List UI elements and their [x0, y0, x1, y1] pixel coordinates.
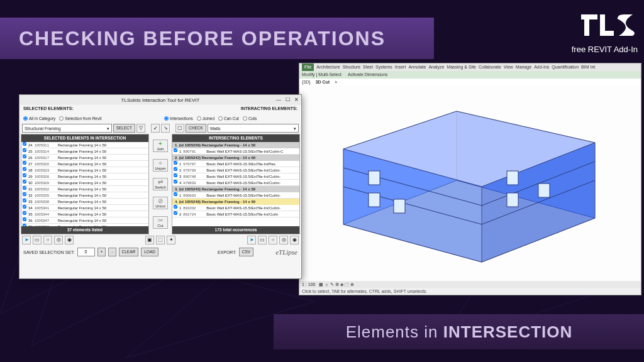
- list-item[interactable]: 1890663Basic Wall EXT-MAS-15.5/ExtTile-I…: [172, 192, 299, 199]
- circle1-icon[interactable]: ○: [43, 236, 52, 244]
- minimize-icon[interactable]: —: [275, 96, 282, 104]
- unjoin-button[interactable]: ÷Unjoin: [153, 159, 168, 172]
- axes-icon[interactable]: ✶: [167, 236, 175, 244]
- list-item[interactable]: 321005335Rectangular Framing 14 x 50: [21, 192, 148, 199]
- uncut-button[interactable]: ⊘Uncut: [153, 197, 168, 209]
- right-list[interactable]: 1. (id 1005239) Rectangular Framing - 14…: [172, 142, 299, 226]
- box-icon[interactable]: ▣: [145, 236, 154, 244]
- list-item[interactable]: 3890748Basic Wall EXT-MAS-15.5/ExtTile-I…: [172, 173, 299, 180]
- view-tab[interactable]: {3D}: [302, 79, 311, 86]
- left-list[interactable]: 241005311Rectangular Framing 14 x 502510…: [21, 142, 148, 226]
- circle6-icon[interactable]: ◉: [290, 236, 299, 244]
- rect-icon[interactable]: ▭: [33, 236, 42, 244]
- radio-option[interactable]: Can Cut: [218, 116, 239, 121]
- group-header[interactable]: 1. (id 1005239) Rectangular Framing - 14…: [172, 142, 299, 148]
- cube-icon[interactable]: ⬚: [156, 236, 165, 244]
- radio-option[interactable]: Cuts: [243, 116, 257, 121]
- list-item[interactable]: 2891724Basic Wall EXT-MAS-15.5/ExtTile-I…: [172, 211, 299, 217]
- load-button[interactable]: LOAD: [141, 248, 158, 256]
- link-right-icon[interactable]: ↘: [161, 124, 170, 133]
- switch-button[interactable]: ⇄Switch: [153, 178, 168, 190]
- group-header[interactable]: 4. (id 1005248) Rectangular Framing - 14…: [172, 199, 299, 205]
- revit-viewtabs: {3D}3D Cut×: [299, 79, 641, 86]
- filter-icon[interactable]: ▽: [136, 124, 145, 133]
- subbar-item[interactable]: Modify | Multi-Select: [302, 71, 341, 79]
- ribbon-tab[interactable]: Massing & Site: [447, 63, 476, 71]
- minus-button[interactable]: -: [108, 248, 116, 256]
- pointer-icon[interactable]: ➤: [22, 236, 31, 244]
- check-button[interactable]: CHECK: [186, 124, 206, 133]
- ribbon-tab[interactable]: Manage: [516, 63, 531, 71]
- circle5-icon[interactable]: ◎: [279, 236, 288, 244]
- ribbon-tab[interactable]: File: [302, 63, 314, 71]
- logo-block: free REVIT Add-In: [452, 9, 638, 54]
- list-item[interactable]: 1891002Basic Wall EXT-MAS-15.5/ExtTile-I…: [172, 205, 299, 211]
- list-item[interactable]: 311005332Rectangular Framing 14 x 50: [21, 186, 148, 192]
- list-item[interactable]: 291005326Rectangular Framing 14 x 50: [21, 173, 148, 180]
- filter2-icon[interactable]: ▢: [175, 124, 184, 133]
- list-item[interactable]: 361005347Rectangular Framing 14 x 50: [21, 217, 148, 224]
- ribbon-tab[interactable]: Insert: [395, 63, 406, 71]
- ribbon-tab[interactable]: Structure: [343, 63, 360, 71]
- dialog-titlebar: TLSolids Interaction Tool for REVIT — ☐ …: [19, 95, 301, 105]
- revit-statusbar: 1 : 100 ▦ ☼ ✎ ⚙ ◈ ⬚ ⊕: [299, 281, 641, 288]
- list-item[interactable]: 351005344Rectangular Framing 14 x 50: [21, 211, 148, 217]
- left-panel-head: SELECTED ELEMENTS IN INTERSECTION: [21, 134, 148, 142]
- ribbon-tab[interactable]: Steel: [363, 63, 373, 71]
- radio-option[interactable]: Selection from Revit: [59, 116, 101, 121]
- list-item[interactable]: 341005341Rectangular Framing 14 x 50: [21, 205, 148, 211]
- category-combo[interactable]: Structural Framing: [22, 124, 112, 133]
- ribbon-tab[interactable]: Systems: [375, 63, 392, 71]
- group-header[interactable]: 2. (id 1005242) Rectangular Framing - 14…: [172, 155, 299, 161]
- ribbon-tab[interactable]: View: [504, 63, 513, 71]
- group-header[interactable]: 3. (id 1005245) Rectangular Framing - 14…: [172, 186, 299, 192]
- revit-3d-view[interactable]: [299, 86, 641, 281]
- list-item[interactable]: 2979793Basic Wall EXT-MAS-15.5/ExtTile-I…: [172, 167, 299, 173]
- radio-option[interactable]: Intersections: [164, 116, 193, 121]
- list-item[interactable]: 281005323Rectangular Framing 14 x 50: [21, 167, 148, 173]
- join-button[interactable]: +Join: [153, 140, 168, 152]
- revit-hint: Click to select, TAB for alternates, CTR…: [299, 288, 641, 295]
- list-item[interactable]: 1979797Basic Wall EXT-MAS-15.3/ExtTile-I…: [172, 161, 299, 167]
- ribbon-tab[interactable]: Collaborate: [479, 63, 501, 71]
- saved-counter: 0: [77, 248, 95, 256]
- left-panel: SELECTED ELEMENTS IN INTERSECTION 241005…: [21, 134, 149, 234]
- view-tab[interactable]: ×: [335, 79, 337, 86]
- select-button[interactable]: SELECT: [113, 124, 135, 133]
- bottom-banner: Elements in INTERSECTION: [274, 314, 644, 349]
- walls-combo[interactable]: Walls: [208, 124, 299, 133]
- right-panel-head: INTERSECTING ELEMENTS: [172, 134, 299, 142]
- list-item[interactable]: 4979833Basic Wall EXT-MAS-15.5/ExtTile-I…: [172, 180, 299, 186]
- pointer2-icon[interactable]: ➤: [247, 236, 256, 244]
- list-item[interactable]: 1890791Basic Wall EXT-MAS-15.5/ExtTile-I…: [172, 148, 299, 155]
- circle2-icon[interactable]: ◎: [54, 236, 63, 244]
- title-banner: CHECKING BEFORE OPERATIONS: [0, 18, 434, 59]
- list-item[interactable]: 271005320Rectangular Framing 14 x 50: [21, 161, 148, 167]
- list-item[interactable]: 301005329Rectangular Framing 14 x 50: [21, 180, 148, 186]
- ribbon-tab[interactable]: Architecture: [316, 63, 340, 71]
- list-item[interactable]: 251005314Rectangular Framing 14 x 50: [21, 148, 148, 155]
- view-tab[interactable]: 3D Cut: [316, 79, 330, 86]
- ribbon-tab[interactable]: Add-Ins: [534, 63, 549, 71]
- list-item[interactable]: 261005317Rectangular Framing 14 x 50: [21, 155, 148, 161]
- ribbon-tab[interactable]: Analyze: [428, 63, 444, 71]
- circle4-icon[interactable]: ○: [269, 236, 277, 244]
- subbar-item[interactable]: Activate Dimensions: [348, 71, 387, 79]
- ribbon-tab[interactable]: Quantification: [552, 63, 579, 71]
- rect2-icon[interactable]: ▭: [258, 236, 267, 244]
- close-icon[interactable]: ✕: [292, 96, 300, 104]
- plus-button[interactable]: +: [97, 248, 106, 256]
- list-item[interactable]: 331005338Rectangular Framing 14 x 50: [21, 199, 148, 205]
- circle3-icon[interactable]: ◉: [65, 236, 74, 244]
- clear-button[interactable]: CLEAR: [119, 248, 139, 256]
- list-item[interactable]: 241005311Rectangular Framing 14 x 50: [21, 142, 148, 148]
- csv-button[interactable]: CSV: [239, 248, 253, 256]
- right-radio-group: IntersectionsJoinedCan CutCuts: [160, 114, 301, 123]
- link-left-icon[interactable]: ↙: [151, 124, 160, 133]
- cut-button[interactable]: ✂Cut: [153, 216, 168, 229]
- radio-option[interactable]: All in Category: [23, 116, 55, 121]
- ribbon-tab[interactable]: Annotate: [408, 63, 426, 71]
- radio-option[interactable]: Joined: [197, 116, 214, 121]
- ribbon-tab[interactable]: BIM Int: [581, 63, 595, 71]
- maximize-icon[interactable]: ☐: [284, 96, 291, 104]
